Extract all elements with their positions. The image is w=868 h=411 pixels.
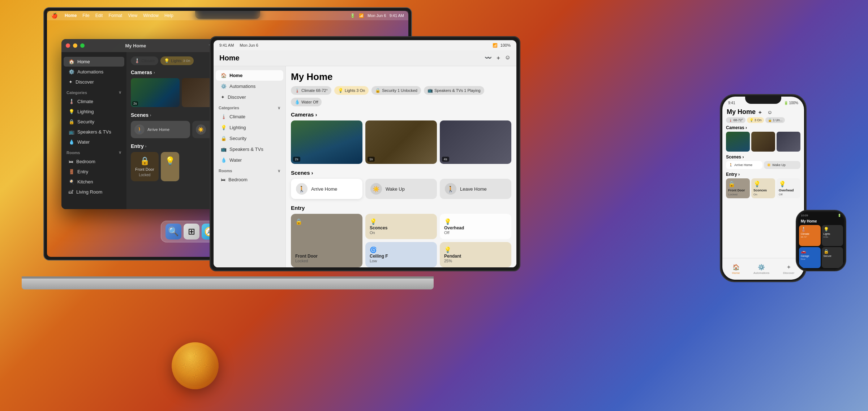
lights-chip[interactable]: 💡 Lights 3 On: [160, 56, 194, 65]
iphone-tab-discover-label: Discover: [783, 271, 794, 275]
iphone-face-icon[interactable]: ☺: [767, 109, 772, 115]
iphone-cam-2[interactable]: [751, 132, 775, 152]
ipad-sidebar-speakers[interactable]: 📺 Speakers & TVs: [216, 144, 283, 154]
ipad-ceiling-card[interactable]: 🌀 Ceiling F Low: [365, 242, 437, 267]
ipad-scene-wake-up[interactable]: ☀️ Wake Up: [365, 179, 437, 199]
sidebar-item-entry[interactable]: 🚪 Entry: [64, 167, 124, 177]
iphone-tab-discover[interactable]: ✦ Discover: [783, 264, 794, 275]
apple-menu[interactable]: 🍎: [51, 13, 57, 18]
ipad-sidebar-bedroom[interactable]: 🛏 Bedroom: [216, 174, 283, 185]
sidebar-item-discover[interactable]: ✦ Discover: [64, 77, 124, 87]
ipad-camera-row: 2s 1s 4s: [291, 120, 511, 164]
menu-edit[interactable]: Edit: [95, 13, 103, 18]
sidebar-item-security[interactable]: 🔒 Security: [64, 117, 124, 127]
ipad-camera-1[interactable]: 2s: [291, 120, 362, 164]
iphone-climate-chip[interactable]: 🌡️ 68-72°: [726, 117, 745, 123]
ipad-water-icon: 💧: [221, 157, 227, 163]
iphone-lights-chip[interactable]: 💡 3 On: [747, 117, 764, 123]
sidebar-item-lighting[interactable]: 💡 Lighting: [64, 107, 124, 116]
sidebar-item-speakers[interactable]: 📺 Speakers & TVs: [64, 127, 124, 137]
sidebar-item-bedroom[interactable]: 🛏 Bedroom: [64, 157, 124, 166]
ipad-scene-leave-home[interactable]: 🚶 Leave Home: [440, 179, 511, 199]
ipad-sidebar-climate[interactable]: 🌡️ Climate: [216, 111, 283, 122]
iphone-add-icon[interactable]: ＋: [757, 109, 762, 115]
iphone-entry-section: Entry › 🔒 Front Door Locked 💡 Sconces On: [722, 172, 804, 198]
menu-view[interactable]: View: [128, 13, 137, 18]
ipad-climate-chip[interactable]: 🌡️ Climate 68-72°: [291, 86, 331, 95]
scene-arrive-home[interactable]: 🚶 Arrive Home: [131, 121, 190, 138]
ipad-pendant-card[interactable]: 💡 Pendant 25%: [440, 242, 511, 267]
ipad-sidebar-water[interactable]: 💧 Water: [216, 155, 283, 165]
ipad-home-item-label: Home: [229, 73, 242, 78]
homepod-device: [155, 281, 235, 389]
ipad-lighting-label: Lighting: [229, 125, 246, 130]
sidebar-item-home[interactable]: 🏠 Home: [64, 57, 124, 67]
ipad-add-icon[interactable]: ＋: [495, 54, 501, 62]
ipad-sidebar-automations[interactable]: ⚙️ Automations: [216, 81, 283, 92]
watch-tile-security[interactable]: 🔒 Secure: [822, 247, 843, 268]
ipad-overhead-card[interactable]: 💡 Overhead Off: [440, 214, 511, 239]
watch-tile-garage[interactable]: 🚗 Garage Door: [799, 247, 821, 268]
sidebar-item-livingroom[interactable]: 🛋 Living Room: [64, 187, 124, 197]
ipad-sidebar-lighting[interactable]: 💡 Lighting: [216, 122, 283, 133]
climate-chip[interactable]: 🌡️ Climate: [131, 56, 158, 65]
menubar-right: 🔋 📶 Mon Jun 6 9:41 AM: [350, 13, 404, 18]
iphone-cam-3[interactable]: [777, 132, 800, 152]
menu-file[interactable]: File: [82, 13, 89, 18]
ipad-chip-security-icon: 🔒: [375, 88, 381, 93]
entry-chevron-icon: ›: [145, 144, 146, 148]
speakers-icon: 📺: [69, 129, 74, 135]
menu-format[interactable]: Format: [108, 13, 122, 18]
iphone-scene-arrive-home[interactable]: 🚶 Arrive Home: [726, 161, 762, 169]
iphone-security-chip[interactable]: 🔒 1 Un...: [765, 117, 785, 123]
iphone-scenes-section: Scenes › 🚶 Arrive Home ☀️ Wake Up: [722, 154, 804, 169]
menu-window[interactable]: Window: [143, 13, 159, 18]
ipad-camera-3[interactable]: 4s: [440, 120, 511, 164]
sidebar-item-climate[interactable]: 🌡️ Climate: [64, 97, 124, 106]
ipad-security-chip[interactable]: 🔒 Security 1 Unlocked: [371, 86, 421, 95]
homepod-body: [172, 342, 219, 389]
ipad-automations-label: Automations: [229, 84, 255, 89]
ipad-camera-2[interactable]: 1s: [365, 120, 437, 164]
ipad-sidebar-discover[interactable]: ✦ Discover: [216, 92, 283, 102]
front-door-card[interactable]: 🔒 Front Door Locked: [131, 152, 159, 181]
ipad-cameras-title: Cameras ›: [291, 111, 511, 118]
ipad-scene-arrive-home[interactable]: 🚶 Arrive Home: [291, 179, 362, 199]
ipad-discover-icon: ✦: [221, 94, 225, 100]
discover-icon: ✦: [69, 79, 73, 85]
cam-badge-2: 1s: [368, 157, 375, 162]
sidebar-item-water[interactable]: 💧 Water: [64, 137, 124, 147]
sconces-card[interactable]: 💡: [161, 152, 179, 181]
chevron-down-icon: ∨: [119, 90, 121, 95]
iphone-scene-wake-up[interactable]: ☀️ Wake Up: [764, 161, 800, 169]
iphone-tab-home[interactable]: 🏠 Home: [732, 264, 740, 275]
menu-home[interactable]: Home: [65, 13, 77, 18]
menu-help[interactable]: Help: [164, 13, 173, 18]
iphone-cam-1[interactable]: [726, 132, 750, 152]
ipad-face-icon[interactable]: ☺: [505, 54, 511, 62]
watch-tile-lights[interactable]: 💡 Lights 3 On: [822, 225, 843, 246]
ipad-speakers-chip[interactable]: 📺 Speakers & TVs 1 Playing: [424, 86, 484, 95]
dock-finder[interactable]: 🔍: [166, 224, 181, 240]
dock-launchpad[interactable]: ⊞: [184, 224, 199, 240]
ipad-sidebar-security[interactable]: 🔒 Security: [216, 133, 283, 144]
ipad-sidebar-home[interactable]: 🏠 Home: [216, 70, 283, 81]
iphone-front-door-device[interactable]: 🔒 Front Door Locked: [726, 178, 750, 198]
chip-lights-label: Lights: [171, 59, 181, 63]
sidebar-item-automations[interactable]: ⚙️ Automations: [64, 67, 124, 77]
camera-thumb-1[interactable]: 2s: [131, 78, 180, 107]
sidebar-item-kitchen[interactable]: 🍳 Kitchen: [64, 177, 124, 187]
apple-watch-device: 10:09 🔋 My Home 🌡️ Climate 68-72° 💡 Ligh…: [796, 210, 846, 271]
iphone-tab-automations[interactable]: ⚙️ Automations: [753, 264, 769, 275]
ipad-lights-chip[interactable]: 💡 Lights 3 On: [334, 86, 369, 95]
sconces-icon: 💡: [165, 156, 175, 166]
iphone-cameras-title: Cameras ›: [726, 125, 800, 130]
ipad-front-door-card[interactable]: 🔒 Front Door Locked: [291, 214, 362, 267]
watch-tile-climate[interactable]: 🌡️ Climate 68-72°: [799, 225, 821, 246]
iphone-sconces-device[interactable]: 💡 Sconces On: [751, 178, 775, 198]
ipad-entry-title: Entry: [291, 205, 511, 211]
ipad-water-chip[interactable]: 💧 Water Off: [291, 98, 322, 106]
iphone-overhead-device[interactable]: 💡 Overhead Off: [777, 178, 800, 198]
ipad-sconces-card[interactable]: 💡 Sconces On: [365, 214, 437, 239]
ipad-wave-icon[interactable]: 〰️: [485, 54, 492, 62]
